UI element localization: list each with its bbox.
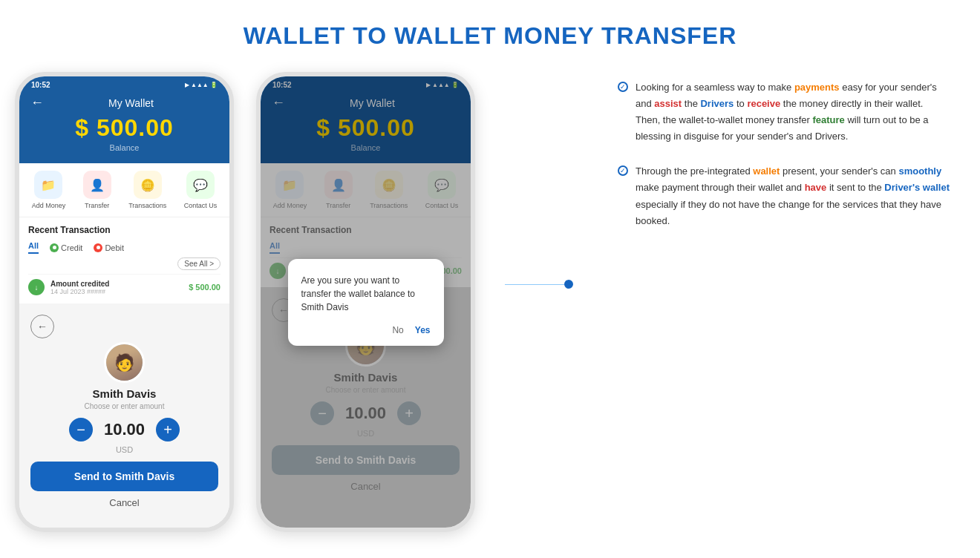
phone1-time: 10:52 xyxy=(31,81,50,89)
phone1-avatar-img: 🧑 xyxy=(106,344,143,381)
phone1-transfer-panel: ← 🧑 Smith Davis Choose or enter amount −… xyxy=(19,303,229,528)
desc-text-1: Looking for a seamless way to make payme… xyxy=(636,79,950,145)
connector-line xyxy=(505,284,564,285)
contact-label: Contact Us xyxy=(184,202,218,209)
phone1-plus-btn[interactable]: + xyxy=(156,418,180,442)
phone1-minus-btn[interactable]: − xyxy=(69,418,93,442)
debit-dot xyxy=(94,243,102,252)
filter-all[interactable]: All xyxy=(28,241,39,254)
phone1-balance: $ 500.00 xyxy=(19,114,229,142)
phone1-transfer[interactable]: 👤 Transfer xyxy=(83,171,111,209)
transfer-icon: 👤 xyxy=(83,171,111,199)
phone1-add-money[interactable]: 📁 Add Money xyxy=(32,171,66,209)
desc-bullet-1: ✓ xyxy=(618,82,628,92)
phone1-balance-label: Balance xyxy=(19,143,229,152)
phone1-amount-row: − 10.00 + xyxy=(69,418,180,442)
debit-label: Debit xyxy=(105,243,124,252)
desc-item-2: ✓ Through the pre-integrated wallet pres… xyxy=(618,163,950,229)
phone1-send-btn[interactable]: Send to Smith Davis xyxy=(30,462,218,491)
page-title: WALLET TO WALLET MONEY TRANSFER xyxy=(244,22,736,50)
add-money-label: Add Money xyxy=(32,202,66,209)
phone1-amount-value: 10.00 xyxy=(104,420,145,439)
phone1-topbar: 10:52 ▶ ▲▲▲ 🔋 xyxy=(19,76,229,89)
trans-icon: ↓ xyxy=(28,279,45,295)
see-all-btn[interactable]: See All > xyxy=(177,257,220,270)
phone-1: 10:52 ▶ ▲▲▲ 🔋 ← My Wallet $ 500.00 Balan… xyxy=(15,72,234,532)
phone1-actions: 📁 Add Money 👤 Transfer 🪙 Transactions 💬 … xyxy=(19,163,229,217)
phone1-cancel[interactable]: Cancel xyxy=(109,497,139,508)
phone1-recipient-name: Smith Davis xyxy=(93,387,157,400)
phone1-contact[interactable]: 💬 Contact Us xyxy=(184,171,218,209)
dialog-text: Are you sure you want to transfer the wa… xyxy=(301,274,431,314)
confirm-dialog-overlay: Are you sure you want to transfer the wa… xyxy=(261,76,471,528)
phone1-back-arrow[interactable]: ← xyxy=(30,95,44,111)
phone-2: 10:52 ▶ ▲▲▲ 🔋 ← My Wallet $ 500.00 Balan… xyxy=(256,72,475,532)
transactions-icon: 🪙 xyxy=(134,171,162,199)
filter-debit[interactable]: Debit xyxy=(94,243,124,252)
trans-details: Amount credited 14 Jul 2023 ##### xyxy=(50,280,189,295)
phone1-wallet-header: ← My Wallet $ 500.00 Balance xyxy=(19,89,229,163)
dialog-yes-btn[interactable]: Yes xyxy=(415,325,431,335)
phone1-avatar: 🧑 xyxy=(104,342,145,383)
phone1-recent-title: Recent Transaction xyxy=(28,225,220,235)
credit-label: Credit xyxy=(61,243,82,252)
description-panel: ✓ Looking for a seamless way to make pay… xyxy=(603,72,965,255)
connector-area xyxy=(505,280,573,289)
transactions-label: Transactions xyxy=(128,202,166,209)
phone1-back-btn[interactable]: ← xyxy=(30,315,54,338)
confirm-dialog: Are you sure you want to transfer the wa… xyxy=(288,259,444,346)
trans-amount: $ 500.00 xyxy=(189,283,220,292)
dialog-buttons: No Yes xyxy=(301,325,431,335)
credit-dot xyxy=(50,243,59,252)
connector-dot xyxy=(564,280,573,289)
desc-item-1: ✓ Looking for a seamless way to make pay… xyxy=(618,79,950,145)
phone1-wallet-title: My Wallet xyxy=(44,97,218,109)
phone1-currency: USD xyxy=(116,445,133,454)
phone1-status: ▶ ▲▲▲ 🔋 xyxy=(185,82,218,88)
phone1-amount-hint: Choose or enter amount xyxy=(85,402,165,410)
trans-label: Amount credited xyxy=(50,280,189,288)
contact-icon: 💬 xyxy=(186,171,215,199)
phone1-recent: Recent Transaction All Credit Debit See … xyxy=(19,217,229,303)
transfer-label: Transfer xyxy=(85,202,109,209)
phone1-transactions[interactable]: 🪙 Transactions xyxy=(128,171,166,209)
add-money-icon: 📁 xyxy=(34,171,62,199)
phone1-filter-tabs: All Credit Debit xyxy=(28,241,220,254)
filter-credit[interactable]: Credit xyxy=(50,243,82,252)
desc-bullet-2: ✓ xyxy=(618,165,628,176)
phone1-transaction-row: ↓ Amount credited 14 Jul 2023 ##### $ 50… xyxy=(28,274,220,300)
trans-date: 14 Jul 2023 ##### xyxy=(50,288,189,295)
desc-text-2: Through the pre-integrated wallet presen… xyxy=(636,163,950,229)
dialog-no-btn[interactable]: No xyxy=(392,325,403,335)
